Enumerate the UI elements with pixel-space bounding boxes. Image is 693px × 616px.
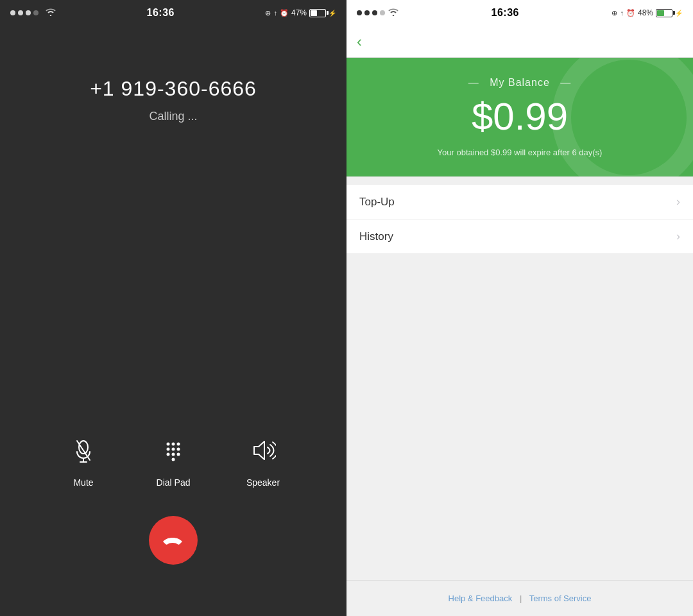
calling-screen: 16:36 ⊕ ↑ ⏰ 47% ⚡ +1 919-360-6666 Callin… [0, 0, 346, 616]
svg-marker-14 [254, 441, 264, 459]
rdot1 [357, 10, 362, 15]
status-bar-left: 16:36 ⊕ ↑ ⏰ 47% ⚡ [0, 0, 346, 26]
balance-expiry: Your obtained $0.99 will expire after 6 … [359, 148, 680, 157]
battery-right [656, 9, 672, 17]
arrow-icon-left: ↑ [273, 9, 277, 17]
topup-label: Top-Up [359, 196, 395, 209]
location-icon-left: ⊕ [265, 9, 271, 17]
svg-point-5 [172, 443, 175, 446]
history-chevron: › [676, 230, 680, 243]
svg-point-13 [172, 458, 175, 461]
footer-separator: | [520, 594, 522, 603]
balance-title-text: My Balance [490, 77, 550, 88]
bolt-right: ⚡ [675, 10, 683, 17]
svg-point-6 [177, 443, 180, 446]
balance-right-dash: — [560, 77, 571, 88]
rdot2 [364, 10, 370, 15]
mute-button[interactable]: Mute [64, 431, 103, 488]
speaker-icon [250, 438, 276, 463]
dot4 [33, 10, 38, 15]
tos-link[interactable]: Terms of Service [529, 594, 592, 603]
footer-links: Help & Feedback | Terms of Service [359, 594, 680, 603]
balance-amount: $0.99 [359, 98, 680, 136]
calling-status: Calling ... [90, 110, 257, 123]
svg-point-11 [172, 453, 175, 456]
dot3 [26, 10, 31, 15]
end-call-icon [162, 529, 185, 552]
wifi-icon-right [388, 8, 398, 18]
end-call-button[interactable] [149, 516, 198, 565]
signal-dots-left [10, 10, 38, 15]
help-feedback-link[interactable]: Help & Feedback [449, 594, 513, 603]
right-icons-left: ⊕ ↑ ⏰ 47% ⚡ [265, 8, 336, 17]
dialpad-icon [160, 438, 186, 463]
balance-title: — My Balance — [359, 77, 680, 89]
mute-icon-container [64, 431, 103, 470]
svg-point-10 [167, 453, 170, 456]
location-icon-right: ⊕ [612, 9, 617, 17]
back-button[interactable]: ‹ [357, 34, 362, 49]
svg-point-12 [177, 453, 180, 456]
status-bar-right: 16:36 ⊕ ↑ ⏰ 48% ⚡ [346, 0, 693, 26]
speaker-icon-container [244, 431, 282, 470]
alarm-icon-right: ⏰ [626, 9, 635, 17]
speaker-label: Speaker [246, 477, 280, 488]
mute-icon [71, 438, 96, 463]
svg-point-9 [177, 448, 180, 451]
time-left: 16:36 [147, 7, 175, 19]
svg-point-8 [172, 448, 175, 451]
call-info: +1 919-360-6666 Calling ... [90, 77, 257, 123]
svg-point-0 [79, 441, 88, 454]
dialpad-button[interactable]: Dial Pad [154, 431, 193, 488]
rdot4 [380, 10, 385, 15]
balance-left-dash: — [468, 77, 479, 88]
signal-dots-right [357, 10, 385, 15]
phone-number: +1 919-360-6666 [90, 77, 257, 101]
history-label: History [359, 230, 393, 243]
topup-menu-item[interactable]: Top-Up › [346, 185, 693, 219]
dialpad-label: Dial Pad [157, 477, 191, 488]
call-controls: Mute Dial Pad [0, 431, 346, 488]
battery-left [309, 9, 326, 17]
arrow-icon-right: ↑ [620, 9, 624, 17]
balance-screen: 16:36 ⊕ ↑ ⏰ 48% ⚡ ‹ — My Balance — $0.99… [346, 0, 693, 616]
footer: Help & Feedback | Terms of Service [346, 580, 693, 616]
speaker-button[interactable]: Speaker [244, 431, 282, 488]
battery-percent-right: 48% [638, 8, 653, 17]
empty-content-area [346, 254, 693, 580]
balance-section: — My Balance — $0.99 Your obtained $0.99… [346, 58, 693, 176]
dot2 [18, 10, 23, 15]
nav-bar: ‹ [346, 26, 693, 58]
right-icons-right: ⊕ ↑ ⏰ 48% ⚡ [612, 8, 683, 17]
rdot3 [372, 10, 377, 15]
menu-section: Top-Up › History › [346, 185, 693, 254]
mute-label: Mute [73, 477, 93, 488]
bolt-left: ⚡ [329, 10, 336, 17]
time-right: 16:36 [492, 7, 519, 19]
history-menu-item[interactable]: History › [346, 219, 693, 254]
alarm-icon-left: ⏰ [280, 9, 289, 17]
battery-fill-right [657, 10, 664, 16]
svg-point-7 [167, 448, 170, 451]
dot1 [10, 10, 15, 15]
svg-point-4 [167, 443, 170, 446]
separator [346, 176, 693, 177]
dialpad-icon-container [154, 431, 193, 470]
battery-percent-left: 47% [291, 8, 307, 17]
wifi-icon-left [46, 8, 56, 18]
topup-chevron: › [676, 195, 680, 209]
battery-fill-left [311, 10, 317, 16]
